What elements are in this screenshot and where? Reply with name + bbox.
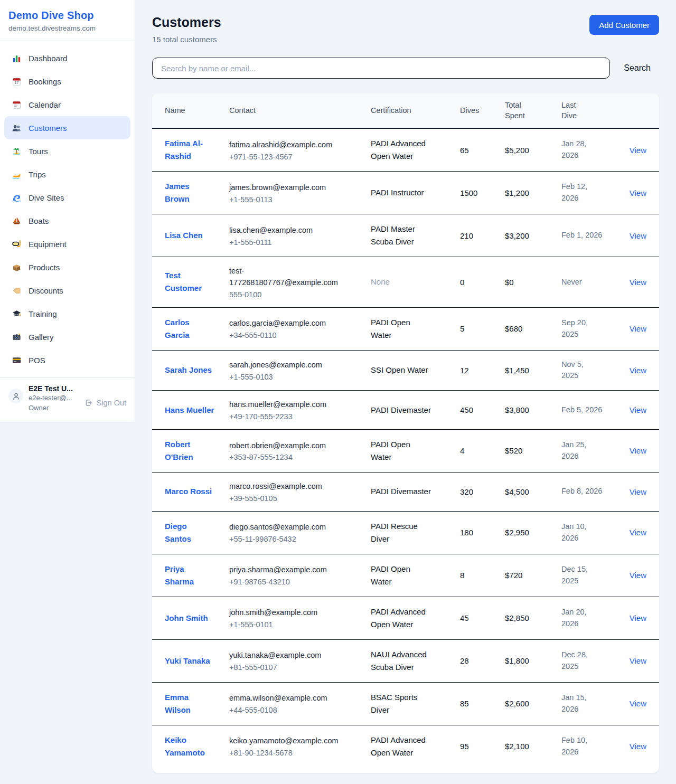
add-customer-button[interactable]: Add Customer [589, 15, 659, 35]
customer-total-spent: $2,850 [505, 597, 561, 639]
customer-email: john.smith@example.com [229, 607, 342, 619]
customer-total-spent: $3,800 [505, 391, 561, 430]
view-customer-link[interactable]: View [630, 742, 646, 751]
customer-certification: PADI Open Water [371, 429, 460, 472]
customer-dives: 12 [460, 350, 505, 391]
customer-name-link[interactable]: John Smith [165, 613, 208, 622]
view-customer-link[interactable]: View [630, 324, 646, 333]
view-customer-link[interactable]: View [630, 146, 646, 155]
customer-dives: 180 [460, 511, 505, 554]
column-header-certification: Certification [371, 93, 460, 128]
user-name: E2E Test U... [29, 384, 79, 393]
customer-name-link[interactable]: Sarah Jones [165, 365, 212, 374]
table-body: Fatima Al-Rashid fatima.alrashid@example… [152, 128, 659, 768]
customer-certification: PADI Advanced Open Water [371, 597, 460, 639]
search-input[interactable] [152, 58, 610, 79]
customer-dives: 95 [460, 725, 505, 768]
sidebar-item-training[interactable]: Training [4, 302, 130, 325]
view-customer-link[interactable]: View [630, 366, 646, 375]
sidebar: Demo Dive Shop demo.test.divestreams.com… [0, 0, 135, 422]
customer-certification: PADI Open Water [371, 307, 460, 350]
customer-total-spent: $680 [505, 307, 561, 350]
table-row: John Smith john.smith@example.com +1-555… [152, 597, 659, 639]
customer-certification: PADI Open Water [371, 554, 460, 597]
view-customer-link[interactable]: View [630, 405, 646, 414]
table-row: Fatima Al-Rashid fatima.alrashid@example… [152, 128, 659, 172]
sidebar-item-gallery[interactable]: Gallery [4, 325, 130, 348]
sign-out-button[interactable]: Sign Out [84, 393, 126, 412]
view-customer-link[interactable]: View [630, 446, 646, 455]
sidebar-item-dive-sites[interactable]: Dive Sites [4, 186, 130, 209]
nav-icon [12, 77, 22, 87]
sidebar-item-label: Dashboard [29, 54, 67, 63]
customer-name-link[interactable]: Carlos Garcia [165, 318, 190, 339]
customer-email: emma.wilson@example.com [229, 693, 342, 704]
sidebar-item-customers[interactable]: Customers [4, 116, 130, 139]
sidebar-nav: Dashboard Bookings Calendar Customers To… [0, 41, 135, 377]
sidebar-item-products[interactable]: Products [4, 256, 130, 279]
customer-name-link[interactable]: Yuki Tanaka [165, 656, 210, 665]
sidebar-item-dashboard[interactable]: Dashboard [4, 46, 130, 70]
customer-name-link[interactable]: Marco Rossi [165, 487, 212, 496]
nav-icon [12, 146, 22, 156]
customer-dives: 8 [460, 554, 505, 597]
customers-table: Name Contact Certification Dives Total S… [152, 93, 659, 768]
customer-name-link[interactable]: Lisa Chen [165, 231, 203, 240]
customer-total-spent: $4,500 [505, 472, 561, 511]
view-customer-link[interactable]: View [630, 231, 646, 240]
customer-name-link[interactable]: Hans Mueller [165, 405, 214, 414]
customer-dives: 28 [460, 639, 505, 682]
sidebar-item-label: Calendar [29, 100, 61, 109]
customer-certification: None [371, 257, 460, 308]
customer-name-link[interactable]: Diego Santos [165, 522, 191, 543]
sidebar-item-trips[interactable]: Trips [4, 163, 130, 186]
customer-certification: PADI Advanced Open Water [371, 128, 460, 172]
customer-dives: 0 [460, 257, 505, 308]
view-customer-link[interactable]: View [630, 278, 646, 287]
view-customer-link[interactable]: View [630, 613, 646, 622]
customer-last-dive: Feb 10, 2026 [561, 725, 617, 768]
customer-last-dive: Feb 5, 2026 [561, 391, 617, 430]
view-customer-link[interactable]: View [630, 487, 646, 496]
customers-table-card: Name Contact Certification Dives Total S… [152, 93, 659, 773]
customer-name-link[interactable]: Keiko Yamamoto [165, 735, 205, 757]
table-row: Carlos Garcia carlos.garcia@example.com … [152, 307, 659, 350]
user-role: Owner [29, 403, 79, 413]
customer-name-link[interactable]: Robert O'Brien [165, 440, 193, 461]
view-customer-link[interactable]: View [630, 188, 646, 197]
customer-dives: 210 [460, 214, 505, 257]
view-customer-link[interactable]: View [630, 699, 646, 708]
customer-name-link[interactable]: James Brown [165, 182, 190, 203]
table-row: Keiko Yamamoto keiko.yamamoto@example.co… [152, 725, 659, 768]
customer-total-spent: $1,800 [505, 639, 561, 682]
nav-icon [12, 355, 22, 365]
customer-phone: +971-55-123-4567 [229, 153, 342, 161]
customer-email: hans.mueller@example.com [229, 399, 342, 411]
sidebar-item-bookings[interactable]: Bookings [4, 70, 130, 93]
customer-total-spent: $2,100 [505, 725, 561, 768]
view-customer-link[interactable]: View [630, 656, 646, 665]
sidebar-item-calendar[interactable]: Calendar [4, 93, 130, 116]
sidebar-item-equipment[interactable]: Equipment [4, 232, 130, 256]
customer-email: james.brown@example.com [229, 182, 342, 194]
customer-name-link[interactable]: Priya Sharma [165, 564, 194, 586]
sidebar-item-discounts[interactable]: Discounts [4, 279, 130, 302]
sidebar-item-boats[interactable]: Boats [4, 209, 130, 232]
shop-domain: demo.test.divestreams.com [8, 24, 126, 32]
customer-total-spent: $1,200 [505, 172, 561, 214]
customer-dives: 65 [460, 128, 505, 172]
view-customer-link[interactable]: View [630, 571, 646, 580]
sidebar-item-tours[interactable]: Tours [4, 139, 130, 163]
view-customer-link[interactable]: View [630, 528, 646, 537]
sidebar-item-pos[interactable]: POS [4, 348, 130, 372]
customer-name-link[interactable]: Emma Wilson [165, 693, 191, 714]
customer-dives: 1500 [460, 172, 505, 214]
customer-last-dive: Jan 15, 2026 [561, 682, 617, 725]
customer-name-link[interactable]: Fatima Al-Rashid [165, 139, 203, 160]
customer-phone: +81-90-1234-5678 [229, 749, 342, 757]
search-button[interactable]: Search [624, 59, 651, 77]
customer-name-link[interactable]: Test Customer [165, 271, 202, 292]
customer-certification: BSAC Sports Diver [371, 682, 460, 725]
customer-total-spent: $0 [505, 257, 561, 308]
customer-phone: +91-98765-43210 [229, 578, 342, 586]
